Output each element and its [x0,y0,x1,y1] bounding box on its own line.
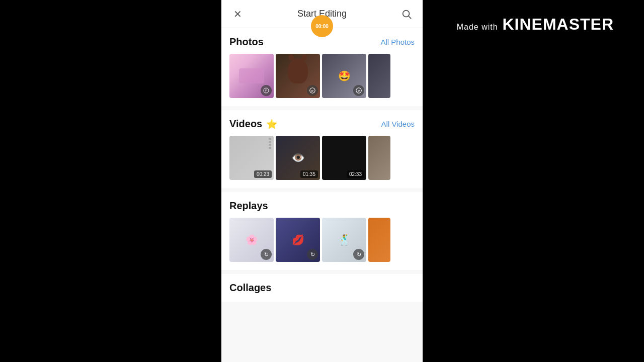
replay-badge-1: ↻ [261,249,272,260]
svg-text:P: P [265,89,267,92]
video-thumb-2[interactable]: 👁️ 01:35 [276,136,320,180]
all-videos-link[interactable]: All Videos [381,120,415,128]
replay-badge-2: ↻ [307,249,318,260]
video-time-3: 02:33 [347,170,364,178]
phone-panel: ✕ Start Editing 00:00 Photos All Photos [221,0,423,362]
photos-title-row: Photos [229,36,264,48]
svg-text:P: P [311,89,313,93]
premium-icon: ⭐ [266,119,277,130]
replay-thumb-2[interactable]: 💋 ↻ [276,218,320,262]
videos-section-header: Videos ⭐ All Videos [229,118,415,130]
photo-thumb-2[interactable]: P [276,54,320,98]
brand-name: KINE [502,15,542,33]
photo-badge-1: P [261,85,272,96]
photos-section: Photos All Photos P [221,28,423,106]
replays-title: Replays [229,200,268,212]
replay-thumb-3[interactable]: 🕺 ↻ [322,218,366,262]
videos-section: Videos ⭐ All Videos [221,110,423,188]
search-button[interactable] [398,6,415,22]
photo-badge-3: P [353,85,364,96]
content-area: Photos All Photos P [221,28,423,362]
collages-section-header: Collages [229,282,415,294]
replays-section-header: Replays [229,200,415,212]
video-thumb-4[interactable] [368,136,390,180]
collages-title: Collages [229,282,271,294]
made-with-text: Made with [457,23,498,31]
photos-thumbnails-row: P P [229,54,415,102]
replays-thumbnails-row: 🌸 ↻ 💋 ↻ 🕺 ↻ [229,218,415,266]
replays-section: Replays 🌸 ↻ 💋 ↻ [221,192,423,270]
collages-section: Collages [221,274,423,302]
photos-section-header: Photos All Photos [229,36,415,48]
brand-name-2: MASTER [543,15,614,33]
svg-point-0 [403,10,410,17]
photo-thumb-4[interactable] [368,54,390,98]
replay-thumb-4[interactable] [368,218,390,262]
photo-badge-2: P [307,85,318,96]
svg-text:P: P [358,89,360,93]
svg-line-1 [409,16,411,19]
videos-title: Videos [229,118,262,130]
video-time-2: 01:35 [300,170,318,178]
videos-thumbnails-row: 00:23 👁️ 01:35 02:33 [229,136,415,184]
video-thumb-3[interactable]: 02:33 [322,136,366,180]
replay-badge-3: ↻ [353,249,364,260]
replays-title-row: Replays [229,200,268,212]
timer-text: 00:00 [315,24,329,29]
all-photos-link[interactable]: All Photos [380,38,415,46]
header: ✕ Start Editing 00:00 [221,0,423,28]
timer-bubble: 00:00 [311,15,333,37]
video-thumb-1[interactable]: 00:23 [229,136,274,180]
photo-thumb-1[interactable]: P [229,54,274,98]
kinemaster-watermark: Made with KINEMASTER [457,15,614,34]
close-button[interactable]: ✕ [229,6,246,22]
replay-thumb-1[interactable]: 🌸 ↻ [229,218,274,262]
photo-thumb-3[interactable]: 🤩 P [322,54,366,98]
photos-title: Photos [229,36,264,48]
video-time-1: 00:23 [254,170,272,178]
videos-title-row: Videos ⭐ [229,118,277,130]
